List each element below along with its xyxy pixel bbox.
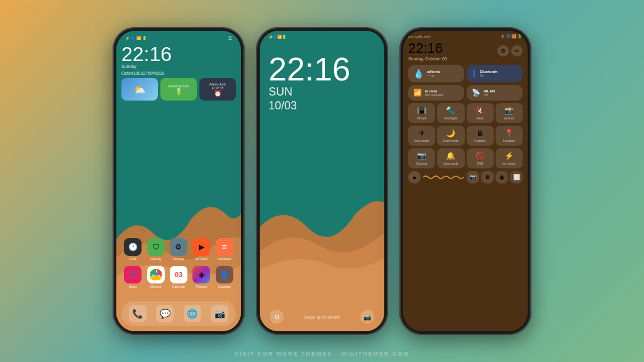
app-themes[interactable]: ◈ Themes	[191, 266, 212, 288]
lock-date: 10/03	[269, 99, 375, 113]
dnd-icon: 🚫	[475, 151, 485, 160]
cc-tile-mobile-data[interactable]: 📶 le data Not available	[408, 85, 464, 101]
cc-bottom-icons: 📷 🖥 ◉ ⬜	[467, 171, 523, 184]
cc-btn-castscreen[interactable]: 🖥 t screen	[467, 126, 494, 146]
battery-widget[interactable]: Electricity 83% 🔋	[160, 78, 197, 101]
cc-edit-icon[interactable]: ✏	[511, 45, 523, 57]
cc-tile-data-icon: 💧	[413, 69, 424, 79]
cc-time-row: 22:16 Sunday, October 03 ⚙ ✏	[408, 40, 523, 61]
cc-wlan-icon: 📡	[472, 89, 480, 97]
cc-buttons-row3: 📷 Scanner 🔔 ding mode 🚫 DND ⚡ ery saver	[408, 148, 523, 168]
dock-browser[interactable]: 🌐	[182, 305, 203, 322]
cc-btn-mute[interactable]: 🔇 Mute	[467, 103, 494, 123]
cc-btn-airplane[interactable]: ✈ lane mode	[408, 126, 435, 146]
cc-bottom-power[interactable]: ●	[408, 171, 421, 184]
menu-button[interactable]: ≡	[228, 35, 232, 41]
bluetooth-icon: ᛒ	[472, 69, 477, 79]
phone-2-lockscreen: ⚡🔵📶🔋 22:16 SUN 10/03 ⚙ Swipe up to unloc…	[256, 27, 388, 335]
cc-tile-bluetooth[interactable]: ᛒ Bluetooth On	[467, 65, 523, 82]
darkmode-icon: 🌙	[446, 129, 455, 138]
app-row-1: 🕐 Clock 🛡 Security ⚙ Settings ▶ Mi Video…	[121, 238, 236, 261]
dock-phone[interactable]: 📞	[127, 305, 148, 322]
cc-icon-3[interactable]: ◉	[496, 171, 508, 184]
dock: 📞 💬 🌐 📷	[121, 301, 236, 326]
cc-btn-darkmode[interactable]: 🌙 Dark mode	[437, 126, 464, 146]
lock-camera-icon[interactable]: 📷	[360, 310, 374, 324]
cc-time: 22:16	[408, 40, 447, 57]
cc-btn-flashlight[interactable]: 🔦 Flashlight	[437, 103, 464, 123]
lock-status-left: ⚡🔵📶🔋	[269, 35, 286, 39]
watermark: VISIT FOR MORE THEMES - MIUITHEMER.COM	[0, 351, 644, 357]
castscreen-icon: 🖥	[476, 129, 484, 138]
cc-btn-screenshot[interactable]: 📸 enshot	[496, 103, 523, 123]
cc-mobile-data-icon: 📶	[413, 89, 422, 97]
app-chrome[interactable]: Chrome	[145, 266, 167, 288]
cc-tiles-grid: 💧 od'tInrtal — us ᛒ Bluetooth On	[408, 65, 523, 101]
scanner-icon: 📷	[417, 151, 426, 160]
app-settings[interactable]: ⚙ Settings	[168, 238, 189, 261]
status-icons-left: ⚡🔵📶🔋	[125, 36, 147, 40]
lock-bottom-bar: ⚙ Swipe up to unlock 📷	[260, 310, 384, 324]
app-calculator[interactable]: = Calculator	[214, 238, 235, 261]
cc-wlan-sub: Off	[484, 93, 518, 97]
cc-tile-data[interactable]: 💧 od'tInrtal — us	[408, 65, 464, 82]
vibrate-icon: 📳	[417, 106, 426, 115]
dock-camera[interactable]: 📷	[209, 305, 230, 322]
location-icon: 📍	[504, 129, 514, 138]
home-date-line1: Sunday	[121, 64, 236, 69]
cc-mobile-data-sub: Not available	[425, 93, 459, 97]
app-grid: 🕐 Clock 🛡 Security ⚙ Settings ▶ Mi Video…	[116, 238, 241, 293]
home-date-line2: Octon1003276PM202	[121, 71, 236, 75]
app-security[interactable]: 🛡 Security	[145, 238, 167, 261]
phone-1-homescreen: ⚡🔵📶🔋 ≡ 22:16 Sunday Octon1003276PM202 ⛅ …	[113, 27, 245, 335]
mute-icon: 🔇	[475, 106, 485, 115]
cc-btn-location[interactable]: 📍 Location	[496, 126, 523, 146]
alarm-widget[interactable]: Alarm clock Fr 07:15 ⏰	[199, 78, 236, 101]
cc-emergency-text: ncy calls only	[408, 35, 431, 38]
cc-tile-data-sub: — us	[427, 74, 459, 77]
app-row-2: 🎵 Music Chrome 03 Calendar ◈ Themes	[121, 266, 236, 288]
cc-btn-ringmode[interactable]: 🔔 ding mode	[437, 148, 464, 168]
cc-wave-visualizer	[423, 171, 464, 184]
phone-3-control-center: ncy calls only ⚡🔵📶🔋 22:16 Sunday, Octobe…	[399, 27, 531, 335]
cc-tile-wlan[interactable]: 📡 WLAN Off	[467, 85, 523, 101]
cc-btn-scanner[interactable]: 📷 Scanner	[408, 148, 435, 168]
cc-btn-vibrate[interactable]: 📳 Vibrate	[408, 103, 435, 123]
weather-widget[interactable]: ⛅	[121, 78, 158, 101]
batterysaver-icon: ⚡	[504, 151, 514, 160]
flashlight-icon: 🔦	[446, 106, 455, 115]
status-bar-phone2: ⚡🔵📶🔋	[260, 31, 384, 40]
app-clock[interactable]: 🕐 Clock	[122, 238, 143, 261]
cc-buttons-row2: ✈ lane mode 🌙 Dark mode 🖥 t screen 📍 Loc…	[408, 126, 523, 146]
lock-time-area: 22:16 SUN 10/03	[260, 40, 384, 112]
screenshot-icon: 📸	[504, 106, 514, 115]
cc-icon-2[interactable]: 🖥	[481, 171, 494, 184]
widgets-row: ⛅ Electricity 83% 🔋 Alarm clock Fr 07:15…	[121, 78, 236, 101]
cc-bluetooth-sub: On	[480, 74, 518, 77]
app-calendar[interactable]: 03 Calendar	[168, 266, 189, 288]
lock-day: SUN	[269, 85, 375, 99]
cc-btn-dnd[interactable]: 🚫 DND	[467, 148, 494, 168]
lock-time: 22:16	[269, 53, 375, 85]
lock-left-icon[interactable]: ⚙	[270, 310, 284, 324]
app-mivideo[interactable]: ▶ Mi Video	[191, 238, 212, 261]
cc-icon-4[interactable]: ⬜	[510, 171, 523, 184]
app-contacts[interactable]: 👤 Contacts	[214, 266, 235, 288]
app-music[interactable]: 🎵 Music	[122, 266, 143, 288]
cc-bottom-row: ● 📷 🖥 ◉ ⬜	[408, 171, 523, 184]
unlock-hint: Swipe up to unlock	[304, 315, 341, 319]
cc-buttons-row1: 📳 Vibrate 🔦 Flashlight 🔇 Mute 📸 enshot	[408, 103, 523, 123]
cc-date: Sunday, October 03	[408, 57, 447, 61]
cc-settings-icon[interactable]: ⚙	[497, 45, 509, 57]
home-time: 22:16	[121, 44, 236, 64]
cc-btn-batterysaver[interactable]: ⚡ ery saver	[496, 148, 523, 168]
dock-messages[interactable]: 💬	[154, 305, 175, 322]
status-bar-phone1: ⚡🔵📶🔋 ≡	[116, 31, 241, 43]
airplane-icon: ✈	[419, 129, 425, 138]
cc-icon-1[interactable]: 📷	[467, 171, 479, 184]
ringmode-icon: 🔔	[446, 151, 455, 160]
home-time-widget: 22:16 Sunday Octon1003276PM202 ⛅ Electri…	[116, 43, 241, 101]
cc-top-bar: ncy calls only ⚡🔵📶🔋	[408, 34, 523, 39]
cc-status-icons: ⚡🔵📶🔋	[500, 34, 523, 39]
